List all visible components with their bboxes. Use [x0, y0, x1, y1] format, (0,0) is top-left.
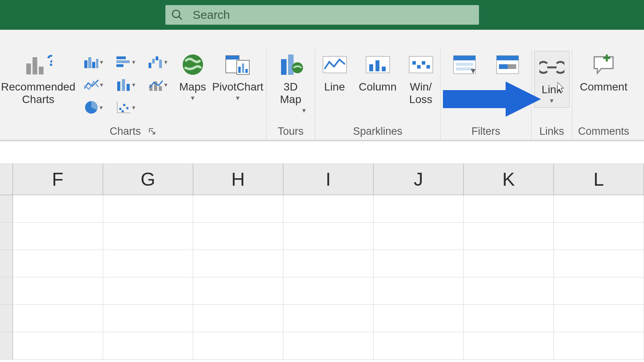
chart-pie-icon	[84, 100, 99, 115]
chart-combo-icon	[148, 78, 163, 92]
maps-icon	[181, 53, 204, 76]
pivotchart-button[interactable]: PivotChart ▾	[212, 51, 263, 102]
timeline-button[interactable]	[488, 51, 527, 78]
comment-button[interactable]: Comment	[576, 51, 631, 93]
svg-rect-16	[159, 60, 162, 68]
svg-rect-15	[156, 56, 158, 60]
chart-statistic-icon	[116, 78, 131, 92]
chevron-down-icon: ▾	[550, 97, 553, 105]
link-button[interactable]: Link ▾	[534, 51, 570, 108]
chevron-down-icon: ▾	[302, 107, 306, 115]
svg-rect-52	[456, 63, 473, 66]
svg-point-27	[123, 104, 125, 106]
maps-label: Maps	[179, 81, 206, 93]
dialog-launcher-icon[interactable]	[149, 128, 156, 136]
chart-type-gallery: ▾ ▾ ▾ ▾	[78, 51, 173, 118]
group-comments: Comment Comments	[572, 49, 635, 140]
chevron-down-icon: ▾	[191, 94, 194, 102]
group-charts: ? Recommended Charts ▾ ▾	[0, 49, 267, 140]
svg-rect-51	[454, 56, 475, 60]
formula-bar-area	[0, 140, 644, 164]
chevron-down-icon: ▾	[236, 94, 239, 102]
group-filters: Filters	[441, 49, 532, 140]
3d-map-button[interactable]: 3D Map ▾	[271, 51, 310, 115]
sparkline-line-button[interactable]: Line	[315, 51, 354, 93]
svg-rect-4	[39, 67, 44, 74]
svg-rect-2	[26, 63, 31, 74]
svg-rect-49	[426, 65, 430, 69]
column-header[interactable]: L	[554, 164, 644, 195]
chart-scatter-button[interactable]: ▾	[110, 96, 141, 118]
group-tours: 3D Map ▾ Tours	[267, 49, 315, 140]
maps-button[interactable]: Maps ▾	[177, 51, 209, 102]
chart-statistic-button[interactable]: ▾	[110, 74, 141, 96]
sparkline-column-button[interactable]: Column	[358, 51, 397, 93]
svg-rect-13	[149, 63, 151, 68]
group-charts-label: Charts	[110, 125, 141, 138]
group-filters-label: Filters	[472, 121, 501, 138]
svg-rect-7	[88, 57, 91, 68]
svg-rect-42	[369, 64, 373, 71]
column-header[interactable]: J	[374, 164, 464, 195]
group-comments-label: Comments	[578, 121, 629, 138]
group-tours-label: Tours	[278, 121, 303, 138]
group-links-label: Links	[539, 121, 564, 138]
svg-rect-37	[281, 59, 287, 75]
chart-column-button[interactable]: ▾	[78, 51, 109, 73]
search-input[interactable]	[193, 8, 473, 22]
group-sparklines: Line Column	[315, 49, 441, 140]
svg-rect-38	[288, 54, 294, 75]
column-header[interactable]: K	[464, 164, 554, 195]
column-header[interactable]: F	[13, 164, 103, 195]
chart-pie-button[interactable]: ▾	[78, 96, 109, 118]
column-header[interactable]: H	[193, 164, 283, 195]
svg-rect-46	[412, 61, 416, 65]
svg-rect-19	[127, 84, 130, 91]
column-header[interactable]: I	[283, 164, 374, 195]
svg-rect-11	[116, 60, 130, 63]
chart-line-button[interactable]: ▾	[78, 74, 109, 96]
sparkline-winloss-icon	[408, 56, 434, 74]
worksheet-grid[interactable]: F G H I J K L	[0, 164, 644, 360]
svg-rect-53	[456, 67, 473, 71]
svg-rect-14	[152, 59, 155, 63]
svg-line-1	[179, 16, 182, 20]
sparkline-winloss-button[interactable]: Win/ Loss	[401, 51, 441, 106]
comment-icon	[592, 54, 615, 75]
sparkline-winloss-label: Win/ Loss	[403, 81, 439, 106]
svg-rect-35	[242, 63, 244, 73]
svg-point-26	[119, 108, 122, 110]
recommended-charts-icon: ?	[25, 52, 52, 77]
svg-rect-36	[245, 69, 248, 73]
chart-waterfall-button[interactable]: ▾	[142, 51, 173, 73]
svg-point-30	[183, 54, 203, 75]
search-icon	[171, 9, 183, 21]
link-label: Link	[542, 83, 562, 96]
sparkline-line-label: Line	[324, 81, 345, 93]
chart-bar-button[interactable]: ▾	[110, 51, 141, 73]
3d-map-icon	[278, 53, 304, 76]
recommended-charts-label: Recommended Charts	[1, 81, 76, 106]
svg-rect-47	[417, 65, 421, 69]
ribbon: ? Recommended Charts ▾ ▾	[0, 30, 644, 140]
svg-rect-48	[422, 61, 425, 65]
column-header[interactable]: G	[103, 164, 193, 195]
group-sparklines-label: Sparklines	[353, 121, 402, 138]
svg-rect-6	[84, 60, 87, 68]
slicer-button[interactable]	[445, 51, 484, 78]
title-bar	[0, 0, 644, 30]
chart-combo-button[interactable]: ▾	[142, 74, 173, 96]
search-box[interactable]	[165, 5, 479, 25]
slicer-icon	[452, 54, 477, 75]
svg-text:?: ?	[47, 52, 52, 69]
svg-rect-10	[116, 56, 126, 59]
timeline-icon	[495, 54, 520, 75]
recommended-charts-button[interactable]: ? Recommended Charts	[3, 51, 74, 106]
pivotchart-icon	[225, 53, 251, 76]
svg-rect-9	[96, 59, 98, 68]
chart-column-icon	[83, 55, 99, 69]
3d-map-label: 3D Map	[273, 81, 309, 106]
chart-scatter-icon	[116, 100, 131, 114]
column-headers: F G H I J K L	[0, 164, 644, 195]
svg-rect-12	[116, 64, 123, 67]
